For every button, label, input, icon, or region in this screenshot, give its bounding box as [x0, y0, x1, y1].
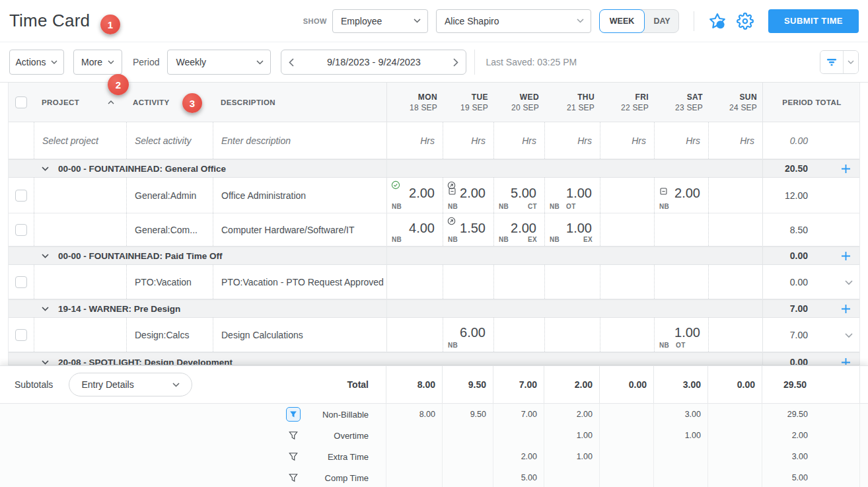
breakdown-row-head: Overtime	[0, 425, 386, 446]
hours-cell-sat[interactable]: 1.00 NBOT	[654, 318, 708, 352]
project-cell[interactable]	[34, 318, 126, 352]
hours-input-fri[interactable]: Hrs	[600, 122, 654, 159]
hours-cell-fri[interactable]	[600, 265, 654, 299]
group-toggle[interactable]: 00-00 - FOUNTAINHEAD: Paid Time Off	[9, 247, 386, 264]
group-toggle[interactable]: 19-14 - WARNER: Pre Design	[9, 300, 386, 317]
hours-cell-fri[interactable]	[600, 318, 654, 352]
total-mon: 8.00	[386, 366, 442, 403]
select-all-cell	[9, 83, 34, 122]
hours-cell-sun[interactable]	[708, 178, 762, 213]
hours-cell-fri[interactable]	[600, 178, 654, 213]
submitted-arrow-icon	[447, 216, 456, 228]
hours-cell-sun[interactable]	[708, 318, 762, 352]
entry-row: General:Com... Computer Hardware/Softwar…	[9, 213, 859, 246]
filter-chevron-down-icon[interactable]	[843, 51, 858, 73]
row-checkbox[interactable]	[15, 329, 27, 341]
hours-cell-thu[interactable]: 1.00 NBEX	[544, 213, 600, 246]
description-cell[interactable]: Design Calculations	[213, 318, 386, 352]
hours-cell-thu[interactable]	[544, 318, 600, 352]
more-dropdown[interactable]: More	[73, 50, 122, 75]
add-entry-icon[interactable]	[838, 161, 853, 176]
hours-cell-sat[interactable]	[654, 213, 708, 246]
time-card-page: Time Card SHOW Employee Alice Shapiro WE…	[0, 0, 868, 487]
hours-cell-sat[interactable]	[654, 265, 708, 299]
group-period-total: 7.00	[762, 300, 861, 317]
day-tab[interactable]: DAY	[641, 9, 679, 33]
employee-select[interactable]: Alice Shapiro	[436, 9, 591, 33]
hours-input-thu[interactable]: Hrs	[544, 122, 600, 159]
hours-cell-tue[interactable]: 6.00 NB	[443, 318, 493, 352]
activity-cell[interactable]: Design:Calcs	[126, 318, 213, 352]
description-input[interactable]: Enter description	[213, 122, 386, 159]
hours-cell-wed[interactable]: 2.00 NBEX	[493, 213, 544, 246]
funnel-filter-icon-active[interactable]	[285, 406, 301, 422]
project-cell[interactable]	[34, 265, 126, 299]
week-tab[interactable]: WEEK	[599, 9, 645, 33]
hours-input-sun[interactable]: Hrs	[708, 122, 762, 159]
row-expand-chevron-icon[interactable]	[845, 277, 853, 287]
activity-cell[interactable]: General:Admin	[126, 178, 213, 213]
submit-time-button[interactable]: SUBMIT TIME	[768, 9, 859, 33]
select-all-checkbox[interactable]	[15, 96, 27, 108]
hours-cell-mon[interactable]	[386, 265, 443, 299]
app-header: Time Card SHOW Employee Alice Shapiro WE…	[0, 0, 868, 42]
project-cell[interactable]	[34, 178, 126, 213]
hours-cell-mon[interactable]: 4.00 NB	[386, 213, 443, 246]
hours-cell-fri[interactable]	[600, 213, 654, 246]
activity-cell[interactable]: PTO:Vacation	[126, 265, 213, 299]
project-input[interactable]: Select project	[34, 122, 126, 159]
funnel-filter-icon[interactable]	[285, 470, 301, 486]
hours-cell-sun[interactable]	[708, 213, 762, 246]
row-check-cell	[9, 178, 34, 213]
hours-cell-tue[interactable]	[443, 265, 493, 299]
subtotals-view-select[interactable]: Entry Details	[69, 373, 192, 396]
hours-input-mon[interactable]: Hrs	[386, 122, 443, 159]
actions-label: Actions	[16, 57, 46, 67]
new-entry-check-cell	[9, 122, 34, 159]
row-checkbox[interactable]	[15, 190, 27, 202]
project-cell[interactable]	[34, 213, 126, 246]
hours-cell-wed[interactable]	[493, 318, 544, 352]
hours-cell-mon[interactable]	[386, 318, 443, 352]
add-entry-icon[interactable]	[838, 355, 853, 365]
actions-dropdown[interactable]: Actions	[9, 50, 64, 75]
hours-cell-tue[interactable]: 2.00 NB	[443, 178, 493, 213]
date-range-value[interactable]: 9/18/2023 - 9/24/2023	[301, 57, 446, 67]
period-select[interactable]: Weekly	[167, 50, 271, 75]
row-checkbox[interactable]	[15, 276, 27, 288]
hours-cell-sat[interactable]: 2.00 NB	[654, 178, 708, 213]
description-cell[interactable]: Office Administration	[213, 178, 386, 213]
settings-gear-icon[interactable]	[737, 13, 754, 30]
hours-input-sat[interactable]: Hrs	[654, 122, 708, 159]
hours-cell-thu[interactable]	[544, 265, 600, 299]
hours-input-wed[interactable]: Hrs	[493, 122, 544, 159]
hours-input-tue[interactable]: Hrs	[443, 122, 493, 159]
favorites-star-icon[interactable]	[709, 13, 726, 30]
funnel-filter-icon[interactable]	[285, 449, 301, 465]
hours-cell-wed[interactable]	[493, 265, 544, 299]
activity-input[interactable]: Select activity	[126, 122, 213, 159]
hours-cell-wed[interactable]: 5.00 NBCT	[493, 178, 544, 213]
chevron-down-icon	[42, 360, 49, 365]
next-period-icon[interactable]	[446, 50, 466, 74]
group-toggle[interactable]: 20-08 - SPOTLIGHT: Design Development	[9, 353, 386, 365]
filter-lines-icon[interactable]	[820, 51, 843, 73]
activity-cell[interactable]: General:Com...	[126, 213, 213, 246]
previous-period-icon[interactable]	[281, 50, 301, 74]
add-entry-icon[interactable]	[838, 301, 853, 316]
funnel-filter-icon[interactable]	[285, 428, 301, 443]
add-entry-icon[interactable]	[838, 248, 853, 263]
row-check-cell	[9, 318, 34, 352]
hours-cell-thu[interactable]: 1.00 NBOT	[544, 178, 600, 213]
period-select-value: Weekly	[176, 57, 206, 67]
row-expand-chevron-icon[interactable]	[845, 330, 853, 340]
chevron-down-icon	[42, 307, 49, 311]
row-checkbox[interactable]	[15, 224, 27, 236]
description-cell[interactable]: Computer Hardware/Software/IT	[213, 213, 386, 246]
hours-cell-mon[interactable]: 2.00 NB	[386, 178, 443, 213]
description-cell[interactable]: PTO:Vacation - PTO Request Approved	[213, 265, 386, 299]
hours-cell-tue[interactable]: 1.50 NB	[443, 213, 493, 246]
group-toggle[interactable]: 00-00 - FOUNTAINHEAD: General Office	[9, 160, 386, 177]
hours-cell-sun[interactable]	[708, 265, 762, 299]
show-select[interactable]: Employee	[332, 9, 428, 33]
